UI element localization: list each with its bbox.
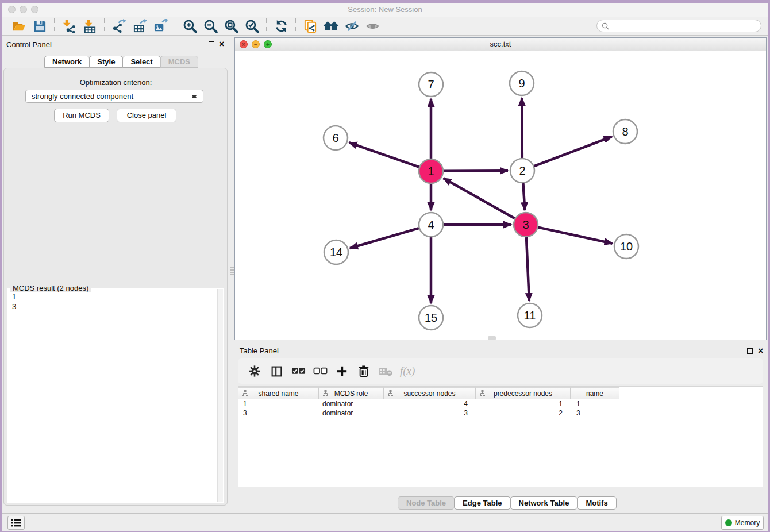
- table-row[interactable]: 3dominator323: [238, 408, 619, 418]
- tab-node-table[interactable]: Node Table: [398, 496, 455, 510]
- table-cell[interactable]: 1: [571, 399, 619, 408]
- table-cell[interactable]: 3: [384, 408, 476, 418]
- graph-node-3[interactable]: 3: [514, 213, 538, 237]
- window-zoom-button[interactable]: [31, 6, 38, 13]
- export-table-button[interactable]: [131, 18, 148, 34]
- zoom-fit-button[interactable]: [222, 18, 240, 34]
- column-layout-button[interactable]: [268, 363, 285, 380]
- table-cell[interactable]: 4: [384, 399, 476, 408]
- tab-motifs[interactable]: Motifs: [577, 496, 616, 510]
- run-mcds-button[interactable]: Run MCDS: [54, 109, 109, 122]
- graph-edge-1-2[interactable]: [444, 171, 508, 171]
- graph-edge-2-3[interactable]: [523, 183, 525, 210]
- column-header-name[interactable]: name: [571, 387, 619, 399]
- export-network-button[interactable]: [110, 18, 128, 34]
- criterion-dropdown[interactable]: strongly connected component: [25, 90, 203, 103]
- vertical-splitter[interactable]: [230, 36, 234, 513]
- splitter-grip[interactable]: [230, 267, 234, 275]
- graph-node-10[interactable]: 10: [614, 234, 638, 259]
- graph-node-4[interactable]: 4: [419, 213, 443, 237]
- window-minimize-button[interactable]: [20, 6, 27, 13]
- tab-network-table[interactable]: Network Table: [510, 496, 578, 510]
- function-builder-button[interactable]: f(x): [399, 363, 415, 380]
- import-network-button[interactable]: [60, 18, 78, 34]
- graph-node-11[interactable]: 11: [518, 303, 542, 327]
- graph-node-9[interactable]: 9: [510, 71, 534, 95]
- graph-edge-2-8[interactable]: [534, 137, 612, 166]
- graph-node-2[interactable]: 2: [510, 159, 534, 183]
- delete-column-button[interactable]: [355, 363, 372, 380]
- graph-node-15[interactable]: 15: [419, 306, 443, 330]
- graph-edge-3-1[interactable]: [444, 178, 515, 218]
- tab-mcds[interactable]: MCDS: [160, 56, 198, 68]
- new-network-from-selection-button[interactable]: [302, 18, 319, 34]
- network-maximize-button[interactable]: +: [264, 40, 272, 48]
- select-all-checkboxes-button[interactable]: [290, 363, 307, 380]
- window-close-button[interactable]: [8, 6, 16, 13]
- network-canvas[interactable]: 7968124314101511: [235, 51, 766, 340]
- column-header-successor-nodes[interactable]: successor nodes: [384, 387, 476, 399]
- tab-select[interactable]: Select: [122, 56, 160, 68]
- graph-node-14[interactable]: 14: [324, 240, 348, 264]
- graph-edge-4-14[interactable]: [350, 228, 419, 248]
- table-row[interactable]: 1dominator411: [238, 399, 619, 408]
- close-table-panel-icon[interactable]: ×: [758, 348, 763, 354]
- save-session-button[interactable]: [31, 18, 48, 34]
- close-panel-icon[interactable]: ×: [219, 41, 224, 48]
- graph-node-6[interactable]: 6: [324, 126, 348, 150]
- float-table-panel-icon[interactable]: [747, 348, 753, 354]
- export-image-button[interactable]: [152, 18, 169, 34]
- hide-selected-button[interactable]: [343, 18, 360, 34]
- import-table-icon: [83, 19, 97, 33]
- close-panel-button[interactable]: Close panel: [117, 109, 176, 122]
- tab-network[interactable]: Network: [44, 56, 90, 68]
- column-header-shared-name[interactable]: shared name: [238, 387, 319, 399]
- zoom-selected-button[interactable]: [243, 18, 260, 34]
- refresh-layout-button[interactable]: [272, 18, 290, 34]
- table-cell[interactable]: 3: [571, 408, 619, 418]
- graph-edge-2-9[interactable]: [522, 98, 522, 158]
- column-header-MCDS-role[interactable]: MCDS role: [319, 387, 384, 399]
- deselect-all-checkboxes-button[interactable]: [311, 363, 329, 380]
- search-input[interactable]: [612, 22, 756, 30]
- open-file-button[interactable]: [10, 18, 28, 34]
- import-table-button[interactable]: [81, 18, 98, 34]
- show-all-button[interactable]: [364, 18, 381, 34]
- search-icon: [602, 22, 609, 30]
- mcds-result-text[interactable]: 1 3: [9, 292, 217, 502]
- search-box[interactable]: [596, 20, 761, 32]
- network-close-button[interactable]: ×: [240, 40, 248, 48]
- graph-edge-3-10[interactable]: [538, 228, 612, 244]
- add-column-button[interactable]: [333, 363, 351, 380]
- table-cell[interactable]: 1: [238, 399, 319, 408]
- result-scrollbar[interactable]: [217, 289, 223, 502]
- float-panel-icon[interactable]: [209, 41, 214, 47]
- table-cell[interactable]: 1: [476, 399, 571, 408]
- graph-node-8[interactable]: 8: [613, 119, 637, 144]
- table-cell[interactable]: 3: [238, 408, 319, 418]
- network-titlebar[interactable]: × − + scc.txt: [235, 38, 766, 51]
- graph-node-label: 15: [425, 311, 437, 324]
- graph-edge-1-6[interactable]: [349, 142, 419, 167]
- zoom-in-button[interactable]: [181, 18, 198, 34]
- graph-edge-3-11[interactable]: [526, 237, 529, 301]
- table-cell[interactable]: 2: [476, 408, 571, 418]
- task-history-button[interactable]: [7, 516, 25, 530]
- zoom-out-button[interactable]: [202, 18, 219, 34]
- network-minimize-button[interactable]: −: [252, 40, 260, 48]
- graph-node-1[interactable]: 1: [419, 159, 443, 183]
- column-header-predecessor-nodes[interactable]: predecessor nodes: [476, 387, 571, 399]
- tab-style[interactable]: Style: [89, 56, 123, 68]
- control-panel-title: Control Panel: [6, 40, 52, 49]
- horizontal-splitter-grip[interactable]: [488, 336, 496, 340]
- tab-edge-table[interactable]: Edge Table: [454, 496, 510, 510]
- table-cell[interactable]: dominator: [319, 408, 384, 418]
- memory-status-icon: [725, 519, 732, 526]
- table-settings-button[interactable]: [246, 363, 263, 380]
- graph-node-7[interactable]: 7: [419, 72, 443, 97]
- graph-node-label: 10: [620, 240, 633, 253]
- memory-button[interactable]: Memory: [721, 516, 764, 530]
- table-cell[interactable]: dominator: [319, 399, 384, 408]
- first-neighbors-button[interactable]: [322, 18, 340, 34]
- delete-table-button[interactable]: [377, 363, 394, 380]
